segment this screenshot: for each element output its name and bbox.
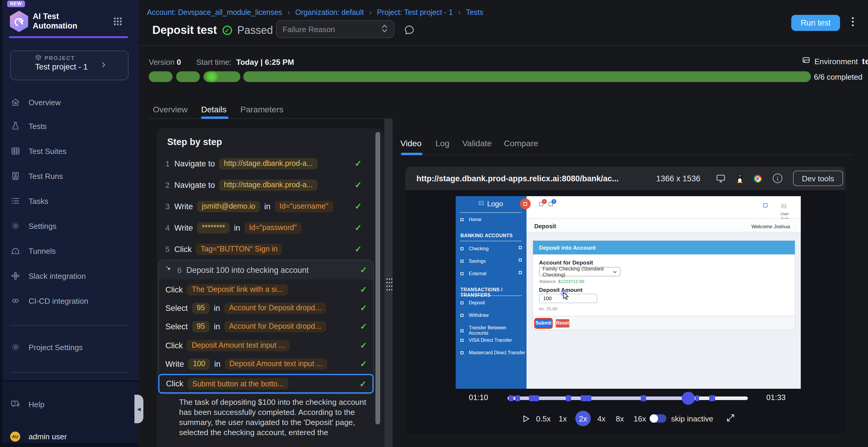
step-row-2[interactable]: 2 Navigate to http://stage.dbank.prod-a.… <box>158 178 368 192</box>
video-url[interactable]: http://stage.dbank.prod-apps.relicx.ai:8… <box>416 174 619 183</box>
progress-segment[interactable] <box>204 71 240 82</box>
skip-inactive-toggle[interactable] <box>650 414 666 423</box>
sidebar-item-tasks[interactable]: Tasks <box>10 193 129 209</box>
bank-nav-mastercard-transfer[interactable]: Mastercard Direct Transfer <box>461 350 525 355</box>
value-chip[interactable]: jsmith@demo.io <box>197 201 260 212</box>
timeline-activity-marker[interactable] <box>529 395 539 401</box>
apps-grid-icon[interactable] <box>113 16 123 29</box>
tab-overview[interactable]: Overview <box>153 105 188 114</box>
more-menu-icon[interactable] <box>851 17 854 26</box>
sidebar-item-tests[interactable]: Tests <box>10 118 129 134</box>
tab-details[interactable]: Details <box>201 105 227 114</box>
bank-nav-visa-transfer[interactable]: VISA Direct Transfer <box>461 338 512 343</box>
breadcrumb-organization[interactable]: Organization: default <box>295 8 364 16</box>
substep-row-1[interactable]: Click The 'Deposit' link with a si... <box>159 283 373 296</box>
breadcrumb-project[interactable]: Project: Test project - 1 <box>377 8 453 16</box>
tab-log[interactable]: Log <box>435 138 450 148</box>
bank-nav-checking[interactable]: Checking <box>461 246 489 251</box>
info-icon[interactable]: i <box>773 174 782 183</box>
steps-scrollbar[interactable] <box>375 132 380 424</box>
value-chip[interactable]: 95 <box>192 321 210 332</box>
drag-grip-icon[interactable] <box>386 278 393 293</box>
sidebar-item-settings[interactable]: Settings <box>10 218 129 234</box>
progress-segment[interactable] <box>176 71 200 82</box>
progress-segment[interactable] <box>243 71 811 82</box>
speed-16x[interactable]: 16x <box>633 414 646 423</box>
breadcrumb-tests[interactable]: Tests <box>466 8 483 16</box>
timeline-activity-marker[interactable] <box>581 395 591 401</box>
target-chip[interactable]: Account for Deposit dropd... <box>224 321 326 332</box>
step-row-5[interactable]: 5 Click Tag="BUTTON" Sign in <box>158 243 368 255</box>
timeline-activity-marker[interactable] <box>515 395 520 401</box>
timeline-activity-marker[interactable] <box>641 395 646 401</box>
play-button[interactable] <box>522 414 530 425</box>
target-chip[interactable]: Id="password" <box>244 222 301 233</box>
value-chip[interactable]: ******** <box>197 222 230 233</box>
failure-reason-select[interactable]: Failure Reason <box>276 20 395 38</box>
sidebar-item-slack-integration[interactable]: Slack integration <box>10 268 129 283</box>
timeline-activity-marker[interactable] <box>695 395 699 401</box>
target-chip[interactable]: Id="username" <box>275 201 333 212</box>
bank-nav-withdraw[interactable]: Withdraw <box>461 313 489 318</box>
timeline-activity-marker[interactable] <box>709 395 715 401</box>
timeline-playhead[interactable] <box>682 392 695 405</box>
sidebar-item-overview[interactable]: Overview <box>10 95 129 110</box>
reset-button[interactable]: Reset <box>556 319 569 327</box>
collapse-sidebar-handle[interactable]: ◀ <box>134 395 144 423</box>
bank-nav-savings[interactable]: Savings <box>461 259 486 264</box>
comment-icon[interactable] <box>403 24 415 38</box>
speed-4x[interactable]: 4x <box>597 414 605 423</box>
value-chip[interactable]: 100 <box>188 358 210 370</box>
sidebar-item-help[interactable]: ? Help <box>10 397 129 412</box>
fullscreen-square-icon[interactable] <box>763 203 768 207</box>
timeline-activity-marker[interactable] <box>566 395 571 401</box>
submit-button[interactable]: Submit <box>535 319 552 327</box>
user-avatar-broken[interactable]: UserAvat <box>780 201 788 220</box>
timeline-track[interactable] <box>507 397 748 400</box>
sidebar-item-test-suites[interactable]: Test Suites <box>10 143 129 159</box>
url-chip[interactable]: http://stage.dbank.prod-a... <box>219 179 318 191</box>
substep-row-4[interactable]: Click Deposit Amount text input ... <box>159 339 373 352</box>
tab-parameters[interactable]: Parameters <box>240 105 283 114</box>
sidebar-item-project-settings[interactable]: Project Settings <box>10 339 129 355</box>
speed-2x-active[interactable]: 2x <box>575 411 591 426</box>
substep-row-6-selected[interactable]: Click Submit button at the botto... <box>158 374 374 393</box>
account-select[interactable]: Family Checking (Standard Checking) <box>539 267 621 276</box>
ai-sparkle-icon <box>165 265 173 275</box>
sidebar-item-tunnels[interactable]: Tunnels <box>10 243 129 259</box>
sidebar-item-test-runs[interactable]: Test Runs <box>10 168 129 184</box>
progress-segment[interactable] <box>149 71 173 82</box>
target-chip[interactable]: Account for Deposit dropd... <box>224 302 326 314</box>
bank-nav-home[interactable]: Home <box>461 217 482 222</box>
step-group-header[interactable]: 6 Deposit 100 into checking account <box>158 260 374 279</box>
breadcrumb-account[interactable]: Account: Devspace_all_module_licenses <box>147 8 282 16</box>
dev-tools-button[interactable]: Dev tools <box>793 171 843 186</box>
bank-nav-deposit[interactable]: Deposit <box>461 300 485 306</box>
substep-row-5[interactable]: Write 100 in Deposit Amount text input .… <box>159 357 373 370</box>
url-chip[interactable]: http://stage.dbank.prod-a... <box>219 158 318 169</box>
substep-row-2[interactable]: Select 95 in Account for Deposit dropd..… <box>159 301 373 314</box>
step-row-4[interactable]: 4 Write ******** in Id="password" <box>158 221 368 234</box>
target-chip[interactable]: Submit button at the botto... <box>188 378 288 389</box>
step-row-3[interactable]: 3 Write jsmith@demo.io in Id="username" <box>158 200 368 213</box>
speed-8x[interactable]: 8x <box>616 414 624 423</box>
tab-compare[interactable]: Compare <box>504 138 538 148</box>
target-chip[interactable]: Tag="BUTTON" Sign in <box>196 243 282 255</box>
user-menu[interactable]: AU admin user <box>10 428 129 444</box>
timeline-activity-marker[interactable] <box>508 395 514 401</box>
tab-video[interactable]: Video <box>400 138 422 148</box>
run-test-button[interactable]: Run test <box>791 15 840 31</box>
speed-0-5x[interactable]: 0.5x <box>536 414 551 423</box>
target-chip[interactable]: Deposit Amount text input ... <box>225 358 327 370</box>
tab-validate[interactable]: Validate <box>462 138 492 148</box>
sidebar-item-cicd-integration[interactable]: CI-CD integration <box>10 293 129 309</box>
bank-nav-transfer-between[interactable]: Transfer Between Accounts <box>461 325 527 336</box>
bank-nav-external[interactable]: External <box>461 271 486 276</box>
fullscreen-icon[interactable] <box>726 413 735 425</box>
substep-row-3[interactable]: Select 95 in Account for Deposit dropd..… <box>159 320 373 333</box>
speed-1x[interactable]: 1x <box>559 414 567 423</box>
target-chip[interactable]: Deposit Amount text input ... <box>187 340 290 351</box>
value-chip[interactable]: 95 <box>192 302 210 314</box>
target-chip[interactable]: The 'Deposit' link with a si... <box>187 284 288 295</box>
step-row-1[interactable]: 1 Navigate to http://stage.dbank.prod-a.… <box>158 157 368 170</box>
